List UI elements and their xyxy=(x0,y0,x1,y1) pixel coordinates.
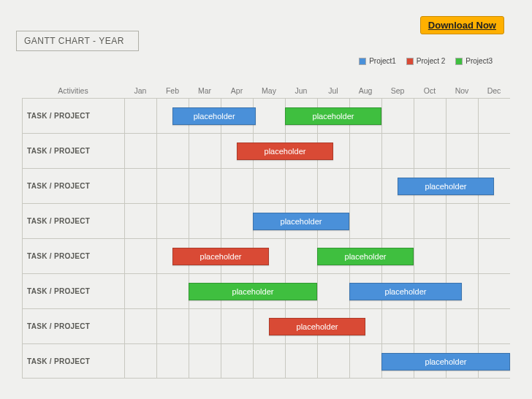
gantt-bar[interactable]: placeholder xyxy=(317,248,414,265)
row-grid: placeholder xyxy=(124,169,510,203)
grid-cell xyxy=(414,239,446,273)
row-grid: placeholder xyxy=(124,134,510,168)
grid-cell xyxy=(446,134,478,168)
row-grid: placeholderplaceholder xyxy=(124,99,510,133)
month-header: Feb xyxy=(156,80,189,98)
row-label: TASK / PROJECT xyxy=(22,134,124,168)
grid-cell xyxy=(446,204,478,238)
month-headers: JanFebMarAprMayJunJulAugSepOctNovDec xyxy=(124,80,510,98)
grid-cell xyxy=(478,99,510,133)
grid-cell xyxy=(381,99,414,133)
grid-cell xyxy=(253,99,285,133)
grid-cell xyxy=(124,309,156,343)
legend-item-project1: Project1 xyxy=(359,57,396,65)
grid-cell xyxy=(124,99,156,133)
grid-cell xyxy=(189,344,221,378)
gantt-row: TASK / PROJECTplaceholderplaceholder xyxy=(22,238,510,273)
grid-cell xyxy=(285,239,317,273)
gantt-bar[interactable]: placeholder xyxy=(269,318,365,335)
legend-item-project2: Project 2 xyxy=(406,57,445,65)
grid-cell xyxy=(156,344,189,378)
gantt-row: TASK / PROJECTplaceholder xyxy=(22,168,510,203)
month-header: Apr xyxy=(221,80,253,98)
row-label: TASK / PROJECT xyxy=(22,169,124,203)
grid-cell xyxy=(124,134,156,168)
legend-label: Project 2 xyxy=(417,57,445,65)
legend: Project1 Project 2 Project3 xyxy=(359,57,493,65)
gantt-bar[interactable]: placeholder xyxy=(285,107,381,125)
month-header: Mar xyxy=(189,80,221,98)
gantt-chart: Activities JanFebMarAprMayJunJulAugSepOc… xyxy=(22,80,510,379)
legend-label: Project3 xyxy=(466,57,493,65)
gantt-bar[interactable]: placeholder xyxy=(189,283,317,300)
gantt-bar[interactable]: placeholder xyxy=(172,248,269,265)
month-header: Jul xyxy=(317,80,349,98)
download-button[interactable]: Download Now xyxy=(420,16,504,34)
grid-cell xyxy=(478,309,510,343)
row-grid: placeholderplaceholder xyxy=(124,239,510,273)
row-grid: placeholder xyxy=(124,344,510,378)
grid-cell xyxy=(221,344,253,378)
gantt-row: TASK / PROJECTplaceholder xyxy=(22,203,510,238)
gantt-row: TASK / PROJECTplaceholderplaceholder xyxy=(22,98,510,133)
grid-cell xyxy=(221,169,253,203)
grid-cell xyxy=(156,309,189,343)
grid-cell xyxy=(221,309,253,343)
grid-cell xyxy=(446,99,478,133)
grid-cell xyxy=(478,204,510,238)
grid-cell xyxy=(189,169,221,203)
grid-cell xyxy=(446,309,478,343)
row-label: TASK / PROJECT xyxy=(22,344,124,378)
legend-swatch-icon xyxy=(359,58,366,65)
month-header: Nov xyxy=(446,80,478,98)
row-label: TASK / PROJECT xyxy=(22,99,124,133)
month-header: Jan xyxy=(124,80,156,98)
grid-cell xyxy=(124,344,156,378)
grid-cell xyxy=(381,309,414,343)
grid-cell xyxy=(317,274,349,308)
grid-cell xyxy=(446,239,478,273)
gantt-row: TASK / PROJECTplaceholder xyxy=(22,133,510,168)
grid-cell xyxy=(124,169,156,203)
grid-cell xyxy=(478,134,510,168)
gantt-bar[interactable]: placeholder xyxy=(398,178,494,195)
legend-item-project3: Project3 xyxy=(455,57,493,65)
grid-cell xyxy=(414,204,446,238)
grid-cell xyxy=(221,204,253,238)
gantt-bar[interactable]: placeholder xyxy=(349,283,462,300)
month-header: Aug xyxy=(349,80,381,98)
grid-cell xyxy=(381,204,414,238)
page-title: GANTT CHART - YEAR xyxy=(16,31,139,51)
grid-cell xyxy=(414,99,446,133)
header-row: Activities JanFebMarAprMayJunJulAugSepOc… xyxy=(22,80,510,98)
legend-swatch-icon xyxy=(406,58,414,65)
gantt-bar[interactable]: placeholder xyxy=(172,107,256,125)
grid-cell xyxy=(381,134,414,168)
grid-cell xyxy=(478,274,510,308)
month-header: Dec xyxy=(478,80,510,98)
gantt-row: TASK / PROJECTplaceholderplaceholder xyxy=(22,273,510,308)
month-header: Oct xyxy=(414,80,446,98)
grid-cell xyxy=(156,134,189,168)
month-header: Jun xyxy=(285,80,317,98)
row-label: TASK / PROJECT xyxy=(22,309,124,343)
row-label: TASK / PROJECT xyxy=(22,239,124,273)
grid-cell xyxy=(317,169,349,203)
grid-cell xyxy=(478,239,510,273)
grid-cell xyxy=(349,169,381,203)
row-grid: placeholder xyxy=(124,204,510,238)
grid-cell xyxy=(189,309,221,343)
gantt-row: TASK / PROJECTplaceholder xyxy=(22,308,510,343)
grid-cell xyxy=(124,239,156,273)
legend-swatch-icon xyxy=(455,58,463,65)
gantt-bar[interactable]: placeholder xyxy=(237,142,333,160)
gantt-bar[interactable]: placeholder xyxy=(381,353,510,370)
grid-cell xyxy=(253,344,285,378)
grid-cell xyxy=(414,134,446,168)
grid-cell xyxy=(189,134,221,168)
gantt-bar[interactable]: placeholder xyxy=(253,213,349,230)
grid-cell xyxy=(285,169,317,203)
grid-cell xyxy=(349,344,381,378)
row-label: TASK / PROJECT xyxy=(22,204,124,238)
grid-cell xyxy=(124,274,156,308)
